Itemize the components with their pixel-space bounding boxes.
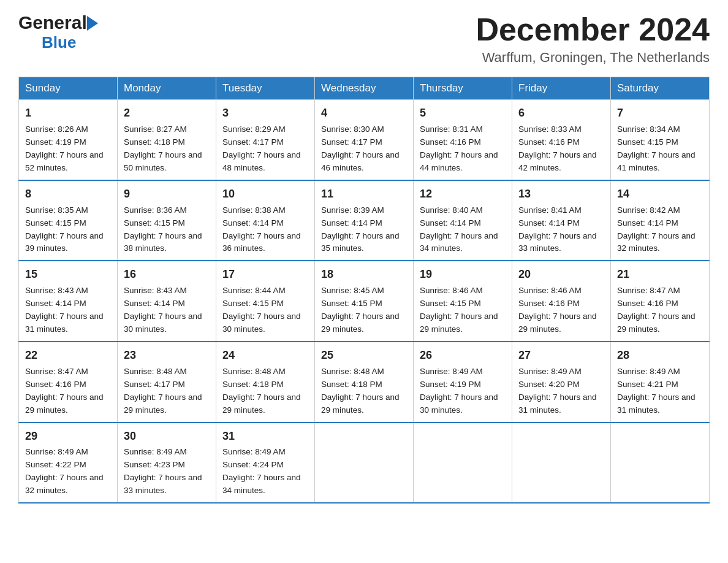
sunrise-label: Sunrise: 8:49 AM (518, 367, 582, 376)
daylight-label: Daylight: 7 hours and 41 minutes. (617, 150, 696, 172)
sunset-label: Sunset: 4:14 PM (124, 299, 185, 308)
daylight-label: Daylight: 7 hours and 35 minutes. (321, 231, 400, 253)
day-number: 4 (321, 105, 407, 122)
calendar-cell: 1 Sunrise: 8:26 AM Sunset: 4:19 PM Dayli… (19, 100, 118, 180)
sunset-label: Sunset: 4:18 PM (124, 137, 185, 147)
sunrise-label: Sunrise: 8:48 AM (321, 367, 384, 376)
header-day-tuesday: Tuesday (216, 77, 315, 100)
sunrise-label: Sunrise: 8:26 AM (25, 124, 88, 134)
header-day-monday: Monday (118, 77, 216, 100)
sunset-label: Sunset: 4:14 PM (518, 218, 580, 228)
calendar-cell: 24 Sunrise: 8:48 AM Sunset: 4:18 PM Dayl… (216, 342, 315, 423)
calendar-cell: 28 Sunrise: 8:49 AM Sunset: 4:21 PM Dayl… (611, 342, 710, 423)
day-number: 25 (321, 347, 407, 364)
day-number: 31 (222, 428, 308, 445)
daylight-label: Daylight: 7 hours and 29 minutes. (124, 393, 202, 415)
title-block: December 2024 Warffum, Groningen, The Ne… (476, 12, 710, 66)
sunset-label: Sunset: 4:16 PM (420, 137, 481, 147)
calendar-cell: 21 Sunrise: 8:47 AM Sunset: 4:16 PM Dayl… (611, 261, 710, 342)
day-number: 21 (617, 266, 703, 283)
calendar-cell: 8 Sunrise: 8:35 AM Sunset: 4:15 PM Dayli… (19, 180, 118, 261)
calendar-cell (512, 423, 611, 504)
daylight-label: Daylight: 7 hours and 30 minutes. (124, 312, 202, 334)
calendar-cell: 17 Sunrise: 8:44 AM Sunset: 4:15 PM Dayl… (216, 261, 315, 342)
sunrise-label: Sunrise: 8:39 AM (321, 205, 384, 215)
calendar-cell: 15 Sunrise: 8:43 AM Sunset: 4:14 PM Dayl… (19, 261, 118, 342)
day-number: 23 (124, 347, 210, 364)
day-number: 17 (222, 266, 308, 283)
day-number: 30 (124, 428, 210, 445)
day-number: 11 (321, 186, 407, 203)
sunset-label: Sunset: 4:15 PM (420, 299, 481, 308)
sunrise-label: Sunrise: 8:47 AM (617, 286, 680, 295)
day-number: 9 (124, 186, 210, 203)
sunset-label: Sunset: 4:14 PM (321, 218, 382, 228)
calendar-cell: 10 Sunrise: 8:38 AM Sunset: 4:14 PM Dayl… (216, 180, 315, 261)
sunrise-label: Sunrise: 8:27 AM (124, 124, 187, 134)
sunset-label: Sunset: 4:15 PM (222, 299, 284, 308)
week-row-3: 15 Sunrise: 8:43 AM Sunset: 4:14 PM Dayl… (19, 261, 710, 342)
calendar-table: SundayMondayTuesdayWednesdayThursdayFrid… (18, 77, 710, 504)
daylight-label: Daylight: 7 hours and 30 minutes. (222, 312, 301, 334)
calendar-cell: 25 Sunrise: 8:48 AM Sunset: 4:18 PM Dayl… (315, 342, 414, 423)
sunset-label: Sunset: 4:14 PM (420, 218, 481, 228)
calendar-cell: 2 Sunrise: 8:27 AM Sunset: 4:18 PM Dayli… (118, 100, 216, 180)
logo-blue-text: Blue (42, 33, 76, 52)
sunrise-label: Sunrise: 8:49 AM (124, 447, 187, 456)
day-number: 3 (222, 105, 308, 122)
calendar-cell (611, 423, 710, 504)
sunrise-label: Sunrise: 8:31 AM (420, 124, 483, 134)
daylight-label: Daylight: 7 hours and 29 minutes. (321, 312, 400, 334)
calendar-cell: 26 Sunrise: 8:49 AM Sunset: 4:19 PM Dayl… (414, 342, 512, 423)
sunrise-label: Sunrise: 8:43 AM (124, 286, 187, 295)
sunset-label: Sunset: 4:15 PM (124, 218, 185, 228)
day-number: 14 (617, 186, 703, 203)
calendar-cell: 11 Sunrise: 8:39 AM Sunset: 4:14 PM Dayl… (315, 180, 414, 261)
calendar-cell: 6 Sunrise: 8:33 AM Sunset: 4:16 PM Dayli… (512, 100, 611, 180)
sunrise-label: Sunrise: 8:35 AM (25, 205, 88, 215)
header-day-friday: Friday (512, 77, 611, 100)
sunset-label: Sunset: 4:14 PM (222, 218, 284, 228)
daylight-label: Daylight: 7 hours and 31 minutes. (617, 393, 696, 415)
calendar-cell: 12 Sunrise: 8:40 AM Sunset: 4:14 PM Dayl… (414, 180, 512, 261)
daylight-label: Daylight: 7 hours and 33 minutes. (518, 231, 597, 253)
daylight-label: Daylight: 7 hours and 29 minutes. (420, 312, 498, 334)
daylight-label: Daylight: 7 hours and 42 minutes. (518, 150, 597, 172)
calendar-cell: 7 Sunrise: 8:34 AM Sunset: 4:15 PM Dayli… (611, 100, 710, 180)
sunrise-label: Sunrise: 8:40 AM (420, 205, 483, 215)
day-number: 28 (617, 347, 703, 364)
logo: General Blue (18, 12, 98, 52)
sunset-label: Sunset: 4:16 PM (25, 380, 86, 389)
sunset-label: Sunset: 4:15 PM (25, 218, 86, 228)
header-day-saturday: Saturday (611, 77, 710, 100)
sunset-label: Sunset: 4:24 PM (222, 460, 284, 469)
sunrise-label: Sunrise: 8:49 AM (420, 367, 483, 376)
sunrise-label: Sunrise: 8:48 AM (222, 367, 286, 376)
sunset-label: Sunset: 4:22 PM (25, 460, 86, 469)
day-number: 5 (420, 105, 506, 122)
daylight-label: Daylight: 7 hours and 29 minutes. (321, 393, 400, 415)
day-number: 29 (25, 428, 111, 445)
sunset-label: Sunset: 4:23 PM (124, 460, 185, 469)
sunset-label: Sunset: 4:20 PM (518, 380, 580, 389)
sunset-label: Sunset: 4:17 PM (222, 137, 284, 147)
daylight-label: Daylight: 7 hours and 34 minutes. (222, 473, 301, 495)
week-row-2: 8 Sunrise: 8:35 AM Sunset: 4:15 PM Dayli… (19, 180, 710, 261)
sunset-label: Sunset: 4:14 PM (25, 299, 86, 308)
sunset-label: Sunset: 4:18 PM (222, 380, 284, 389)
daylight-label: Daylight: 7 hours and 38 minutes. (124, 231, 202, 253)
daylight-label: Daylight: 7 hours and 36 minutes. (222, 231, 301, 253)
sunset-label: Sunset: 4:21 PM (617, 380, 678, 389)
sunrise-label: Sunrise: 8:36 AM (124, 205, 187, 215)
daylight-label: Daylight: 7 hours and 46 minutes. (321, 150, 400, 172)
sunrise-label: Sunrise: 8:41 AM (518, 205, 582, 215)
calendar-cell: 19 Sunrise: 8:46 AM Sunset: 4:15 PM Dayl… (414, 261, 512, 342)
week-row-5: 29 Sunrise: 8:49 AM Sunset: 4:22 PM Dayl… (19, 423, 710, 504)
sunrise-label: Sunrise: 8:44 AM (222, 286, 286, 295)
daylight-label: Daylight: 7 hours and 32 minutes. (617, 231, 696, 253)
day-number: 10 (222, 186, 308, 203)
sunset-label: Sunset: 4:19 PM (420, 380, 481, 389)
sunset-label: Sunset: 4:16 PM (617, 299, 678, 308)
day-number: 18 (321, 266, 407, 283)
day-number: 7 (617, 105, 703, 122)
